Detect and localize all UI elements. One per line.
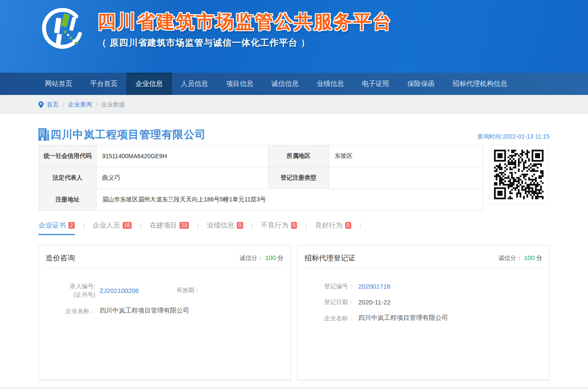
breadcrumb-separator: /	[62, 101, 64, 108]
field-value-company-name: 四川中岚工程项目管理有限公司	[359, 314, 448, 322]
certificate-number-link[interactable]: ZJ202100206	[100, 287, 139, 294]
field-label: 企业名称：	[298, 314, 354, 322]
tab-performance-info[interactable]: 业绩信息 0	[207, 221, 243, 235]
cell-label-registered-address: 注册地址	[39, 189, 97, 211]
tab-separator: |	[83, 222, 85, 234]
tab-label: 不良行为	[261, 221, 288, 230]
cell-label-region: 所属地区	[268, 145, 329, 167]
tab-label: 企业人员	[93, 221, 120, 230]
tab-count-badge: 0	[345, 222, 352, 229]
field-row-company-name: 企业名称： 四川中岚工程项目管理有限公司	[39, 307, 291, 315]
tab-bad-behavior[interactable]: 不良行为 0	[261, 221, 297, 235]
detail-tabs: 企业证书 2 | 企业人员 16 | 在建项目 23 | 业绩信息 0 | 不良…	[38, 220, 550, 236]
nav-item-website-home[interactable]: 网站首页	[36, 73, 81, 95]
nav-item-e-certificate[interactable]: 电子证照	[353, 73, 398, 95]
credit-score-value: 100	[524, 254, 535, 261]
tab-separator: |	[251, 222, 253, 234]
tab-label: 在建项目	[150, 221, 177, 230]
cell-value-registration-type	[329, 167, 483, 189]
tab-separator: |	[305, 222, 307, 234]
breadcrumb-separator: /	[96, 101, 97, 108]
cell-value-registered-address: 眉山市东坡区眉州大道东三段天天向上186号5幢1单元11层3号	[97, 189, 483, 211]
cell-label-registration-type: 登记注册类型	[268, 167, 329, 189]
card-title: 招标代理登记证	[305, 253, 356, 263]
field-row-company-name: 企业名称： 四川中岚工程项目管理有限公司	[298, 314, 550, 322]
tab-enterprise-personnel[interactable]: 企业人员 16	[93, 221, 132, 235]
footer-divider	[0, 387, 588, 390]
tab-enterprise-certificates[interactable]: 企业证书 2	[38, 221, 75, 235]
cell-value-region: 东坡区	[329, 145, 483, 167]
tab-count-badge: 0	[237, 222, 243, 229]
breadcrumb-current-page: 企业数据	[101, 101, 125, 109]
tab-separator: |	[197, 222, 199, 234]
cell-label-legal-representative: 法定代表人	[39, 167, 97, 189]
field-value-company-name: 四川中岚工程项目管理有限公司	[100, 307, 189, 315]
field-value-registration-date: 2020-11-22	[359, 298, 391, 306]
tab-count-badge: 2	[68, 222, 75, 229]
table-row: 法定代表人 曲义巧 登记注册类型	[39, 167, 483, 189]
tab-count-badge: 23	[179, 222, 188, 229]
company-info-table: 统一社会信用代码 91511400MA6420GE9H 所属地区 东坡区 法定代…	[38, 145, 483, 211]
field-label: 登记日期：	[298, 298, 354, 306]
nav-item-performance-info[interactable]: 业绩信息	[308, 73, 353, 95]
credit-score-label: 诚信分：	[498, 254, 522, 261]
field-label: 录入编号: (证书号)	[39, 282, 95, 299]
tab-count-badge: 0	[291, 222, 297, 229]
nav-item-platform-home[interactable]: 平台首页	[81, 73, 126, 95]
nav-item-personnel-info[interactable]: 人员信息	[172, 73, 217, 95]
table-row: 注册地址 眉山市东坡区眉州大道东三段天天向上186号5幢1单元11层3号	[39, 189, 483, 211]
tab-projects-under-construction[interactable]: 在建项目 23	[150, 221, 188, 235]
site-header: 四川省建筑市场监管公共服务平台 （ 原四川省建筑市场监管与诚信一体化工作平台 ）	[0, 0, 588, 73]
card-title: 造价咨询	[46, 253, 75, 263]
site-subtitle: （ 原四川省建筑市场监管与诚信一体化工作平台 ）	[97, 37, 392, 49]
field-row-entry-number: 录入编号: (证书号) ZJ202100206 有效期：	[39, 282, 291, 299]
credit-score-value: 100	[265, 254, 276, 261]
credit-score: 诚信分：100分	[498, 254, 542, 262]
tab-label: 良好行为	[315, 221, 343, 230]
query-time: 查询时间:2022-01-13 11:15	[477, 133, 550, 142]
table-row: 统一社会信用代码 91511400MA6420GE9H 所属地区 东坡区	[39, 145, 483, 167]
cell-value-legal-representative: 曲义巧	[97, 167, 268, 189]
certificate-card-cost-consulting: 造价咨询 诚信分：100分 录入编号: (证书号) ZJ202100206 有效…	[38, 245, 291, 380]
nav-item-project-info[interactable]: 项目信息	[217, 73, 262, 95]
cell-value-credit-code: 91511400MA6420GE9H	[97, 145, 268, 167]
cell-label-credit-code: 统一社会信用代码	[39, 145, 97, 167]
field-label-validity: 有效期：	[176, 287, 200, 294]
breadcrumb: 首页 / 企业查询 / 企业数据	[0, 95, 588, 114]
nav-item-insurance-guarantee[interactable]: 保险保函	[398, 73, 444, 95]
field-row-registration-number: 登记编号： 202001716	[298, 282, 550, 290]
registration-number-link[interactable]: 202001716	[359, 283, 391, 290]
qr-code	[489, 145, 548, 204]
company-name-title: 四川中岚工程项目管理有限公司	[50, 127, 206, 142]
tab-label: 业绩信息	[207, 221, 234, 230]
tab-count-badge: 16	[123, 222, 132, 229]
field-row-registration-date: 登记日期： 2020-11-22	[298, 298, 550, 306]
nav-item-enterprise-info[interactable]: 企业信息	[126, 73, 172, 95]
nav-item-credit-info[interactable]: 诚信信息	[262, 73, 308, 95]
platform-logo	[38, 6, 85, 54]
site-title: 四川省建筑市场监管公共服务平台	[97, 9, 392, 34]
nav-item-bidding-agency-info[interactable]: 招标代理机构信息	[444, 73, 516, 95]
field-label: 登记编号：	[298, 282, 354, 290]
credit-score-unit: 分	[536, 254, 542, 261]
building-icon	[38, 128, 49, 141]
credit-score-unit: 分	[278, 254, 284, 261]
credit-score: 诚信分：100分	[239, 254, 283, 262]
certificate-card-bidding-agency: 招标代理登记证 诚信分：100分 登记编号： 202001716 登记日期： 2…	[297, 245, 550, 380]
breadcrumb-home-link[interactable]: 首页	[47, 101, 59, 109]
tab-label: 企业证书	[38, 221, 66, 230]
location-pin-icon	[38, 101, 44, 108]
breadcrumb-enterprise-query-link[interactable]: 企业查询	[68, 101, 92, 109]
tab-good-behavior[interactable]: 良好行为 0	[315, 221, 352, 235]
main-nav: 网站首页 平台首页 企业信息 人员信息 项目信息 诚信信息 业绩信息 电子证照 …	[0, 73, 588, 95]
tab-separator: |	[359, 222, 361, 234]
tab-separator: |	[140, 222, 141, 234]
field-label: 企业名称：	[39, 307, 95, 315]
credit-score-label: 诚信分：	[239, 254, 263, 261]
